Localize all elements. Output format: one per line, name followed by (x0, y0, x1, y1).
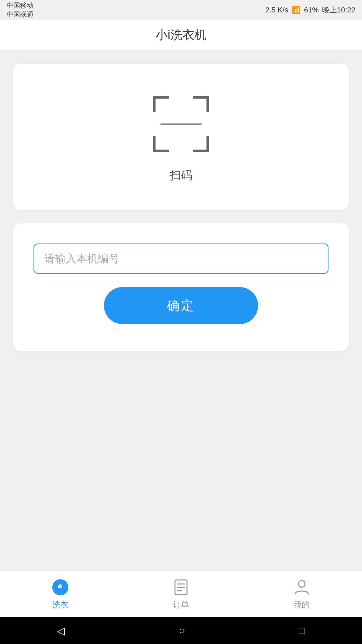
carrier2: 中国联通 (7, 10, 34, 19)
qr-label: 扫码 (170, 168, 192, 183)
wifi-icon: 📶 (292, 6, 301, 14)
carrier-info: 中国移动 中国联通 (7, 1, 34, 19)
back-button[interactable]: ◁ (57, 625, 65, 637)
status-right: 2.5 K/s 📶 61% 晚上10:22 (265, 5, 355, 15)
home-button[interactable]: ○ (179, 625, 185, 636)
bottom-nav: 洗衣 订单 我的 (0, 570, 362, 617)
profile-label: 我的 (294, 599, 310, 610)
machine-number-input[interactable] (34, 244, 328, 274)
status-bar: 中国移动 中国联通 2.5 K/s 📶 61% 晚上10:22 (0, 0, 362, 20)
main-content: 扫码 确定 (0, 50, 362, 570)
laundry-icon (51, 578, 70, 597)
nav-item-profile[interactable]: 我的 (292, 578, 311, 610)
battery-level: 61% (304, 6, 319, 14)
profile-icon (292, 578, 311, 597)
qr-scan-icon (151, 94, 211, 154)
carrier1: 中国移动 (7, 1, 34, 10)
orders-label: 订单 (173, 599, 189, 610)
network-speed: 2.5 K/s (265, 6, 288, 14)
clock: 晚上10:22 (322, 5, 355, 15)
system-nav: ◁ ○ □ (0, 617, 362, 644)
orders-icon (172, 578, 190, 597)
qr-scan-card[interactable]: 扫码 (13, 64, 349, 210)
nav-item-laundry[interactable]: 洗衣 (51, 578, 70, 610)
svg-point-6 (298, 581, 305, 587)
confirm-button[interactable]: 确定 (104, 287, 258, 324)
qr-icon-wrapper (147, 91, 215, 158)
nav-bar: 小i洗衣机 (0, 20, 362, 50)
recents-button[interactable]: □ (299, 625, 305, 636)
laundry-label: 洗衣 (52, 599, 68, 610)
nav-item-orders[interactable]: 订单 (172, 578, 190, 610)
input-card: 确定 (13, 223, 349, 351)
page-title: 小i洗衣机 (156, 27, 206, 43)
